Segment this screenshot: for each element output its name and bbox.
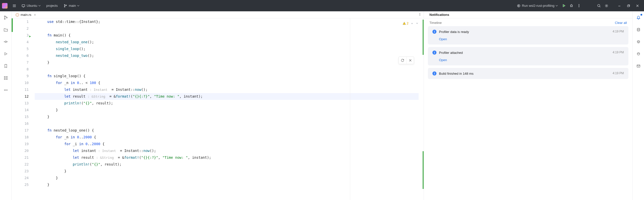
line-number[interactable]: 14	[12, 107, 29, 113]
main-menu-button[interactable]	[11, 2, 18, 10]
run-config-dropdown[interactable]: Run wsl2-rust-profiling	[514, 2, 560, 10]
more-actions-button[interactable]	[575, 2, 583, 10]
line-number[interactable]: 20	[12, 147, 29, 154]
code-line[interactable]: let result : &String = &format!("{}{:?}"…	[35, 93, 419, 100]
code-line[interactable]: }	[35, 181, 419, 188]
line-number[interactable]: 17	[12, 127, 29, 134]
line-number[interactable]: 3	[12, 32, 29, 39]
line-number[interactable]: 9	[12, 73, 29, 79]
collaborator-tool-icon[interactable]	[635, 51, 642, 57]
window-close-button[interactable]	[633, 2, 642, 10]
notification-card[interactable]: iProfiler attached4:19 PMOpen	[428, 47, 628, 65]
code-line[interactable]: for _n in 0.. < 100 {	[35, 79, 419, 86]
error-stripe[interactable]	[420, 18, 424, 200]
clear-all-button[interactable]: Clear all	[615, 21, 627, 25]
line-number[interactable]: 22	[12, 161, 29, 168]
chevron-down-icon[interactable]	[416, 22, 419, 25]
code-line[interactable]	[35, 25, 419, 32]
line-number[interactable]: 25	[12, 181, 29, 188]
line-number[interactable]: 15	[12, 113, 29, 120]
remote-os-dropdown[interactable]: Ubuntu	[19, 2, 43, 10]
code-line[interactable]: println!("{}", result);	[35, 161, 419, 168]
editor-tab[interactable]: main.rs ×	[14, 11, 38, 18]
database-tool-icon[interactable]	[635, 26, 642, 33]
settings-button[interactable]	[603, 2, 610, 10]
code-line[interactable]: }	[35, 107, 419, 113]
notification-card[interactable]: iBuild finished in 148 ms4:19 PM	[428, 68, 628, 79]
code-line[interactable]: let result : &String = &format!("{}{:?}"…	[35, 154, 419, 161]
commit-tool-icon[interactable]	[3, 38, 9, 45]
line-number[interactable]: 5	[12, 46, 29, 52]
line-number[interactable]: 19	[12, 141, 29, 147]
line-number[interactable]: 6	[12, 52, 29, 59]
run-tool-icon[interactable]	[3, 51, 9, 57]
vcs-branch-dropdown[interactable]: main	[61, 2, 81, 10]
gutter-run-icon[interactable]: ▶	[29, 33, 31, 40]
code-line[interactable]: }	[35, 175, 419, 181]
notification-title: Profiler data is ready	[439, 30, 469, 34]
mail-tool-icon[interactable]	[635, 63, 642, 69]
line-number[interactable]: 21	[12, 154, 29, 161]
project-tool-icon[interactable]	[3, 14, 9, 21]
line-number[interactable]: 2	[12, 25, 29, 32]
code-editor[interactable]: 123▶456789101112131415161718192021222324…	[12, 18, 424, 200]
code-line[interactable]: let instant : Instant = Instant::now();	[35, 86, 419, 93]
line-number[interactable]: 13	[12, 100, 29, 107]
line-number[interactable]: 12	[12, 93, 29, 100]
window-restore-button[interactable]	[624, 2, 633, 10]
notifications-heading: Notifications	[424, 11, 632, 18]
code-line[interactable]: use std::time::{Instant};	[35, 18, 419, 25]
line-number[interactable]: 10	[12, 79, 29, 86]
tab-close-button[interactable]: ×	[34, 13, 36, 17]
line-number[interactable]: 8	[12, 66, 29, 73]
line-number[interactable]: 23	[12, 168, 29, 175]
code-content[interactable]: use std::time::{Instant};fn main() { nes…	[35, 18, 419, 188]
timeline-label: Timeline	[429, 21, 442, 25]
notification-open-link[interactable]: Open	[439, 58, 447, 62]
svg-point-30	[637, 53, 640, 55]
code-line[interactable]	[35, 66, 419, 73]
structure-tool-icon[interactable]	[3, 75, 9, 81]
remote-os-label: Ubuntu	[27, 4, 37, 8]
notifications-tool-icon[interactable]	[635, 14, 642, 21]
code-line[interactable]: fn single_loop() {	[35, 73, 419, 79]
line-number[interactable]: 4	[12, 39, 29, 46]
line-number[interactable]: 24	[12, 175, 29, 181]
code-line[interactable]: }	[35, 168, 419, 175]
code-line[interactable]: fn main() {	[35, 32, 419, 39]
code-line[interactable]: }	[35, 59, 419, 66]
code-line[interactable]: for _n in 0..2000 {	[35, 134, 419, 141]
code-line[interactable]: }	[35, 113, 419, 120]
more-tools-icon[interactable]	[3, 87, 9, 93]
debug-button[interactable]	[568, 2, 575, 10]
code-line[interactable]	[35, 120, 419, 127]
warning-indicator[interactable]: 2	[403, 20, 409, 27]
line-number[interactable]: 7	[12, 59, 29, 66]
search-button[interactable]	[595, 2, 603, 10]
reload-button[interactable]	[399, 57, 406, 64]
tab-more-button[interactable]	[418, 13, 422, 17]
line-number[interactable]: 1	[12, 18, 29, 25]
code-line[interactable]: println!("{}", result);	[35, 100, 419, 107]
line-number[interactable]: 18	[12, 134, 29, 141]
chevron-up-icon[interactable]	[411, 22, 414, 25]
notification-open-link[interactable]: Open	[439, 37, 447, 41]
window-minimize-button[interactable]	[615, 2, 624, 10]
close-hint-button[interactable]	[406, 57, 414, 64]
bookmarks-tool-icon[interactable]	[3, 63, 9, 69]
project-label[interactable]: projects	[44, 2, 60, 10]
code-line[interactable]: nested_loop_two();	[35, 52, 419, 59]
inspection-widget[interactable]: 2	[403, 20, 419, 27]
code-line[interactable]: let instant : Instant = Instant::now();	[35, 147, 419, 154]
folder-tool-icon[interactable]	[3, 26, 9, 33]
run-button[interactable]	[560, 2, 568, 10]
code-line[interactable]: fn nested_loop_one() {	[35, 127, 419, 134]
notification-card[interactable]: iProfiler data is ready4:19 PMOpen	[428, 26, 628, 45]
svg-point-29	[639, 41, 639, 42]
code-line[interactable]: for _i in 0..2000 {	[35, 141, 419, 147]
line-number[interactable]: 16	[12, 120, 29, 127]
ai-assistant-tool-icon[interactable]	[635, 38, 642, 45]
line-number[interactable]: 11	[12, 86, 29, 93]
code-line[interactable]: single_loop();	[35, 46, 419, 52]
code-line[interactable]: nested_loop_one();	[35, 39, 419, 46]
